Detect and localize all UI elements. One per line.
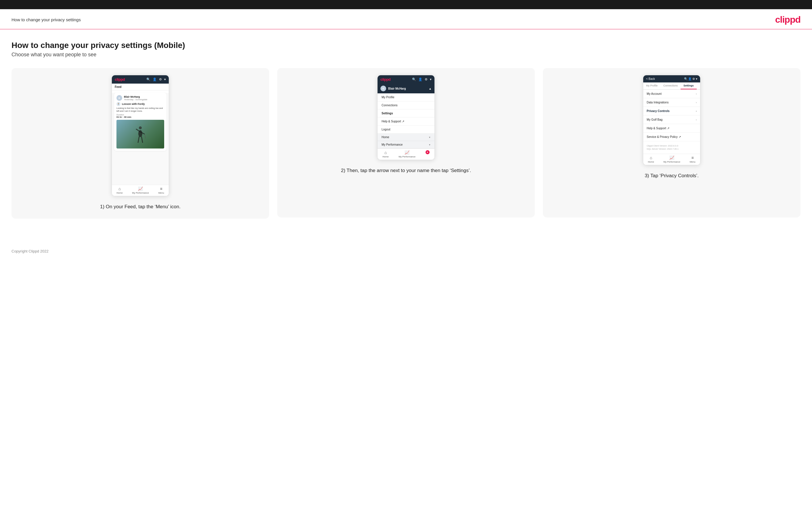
svg-line-6 bbox=[142, 136, 143, 143]
step-3-caption: 3) Tap ‘Privacy Controls’. bbox=[645, 172, 699, 179]
user-icon-2: 👤 bbox=[418, 77, 422, 81]
step-2-card: clippd 🔍 👤 ⚙ ▾ B Blair McHarg ▲ bbox=[277, 68, 535, 217]
chevron-privacy: › bbox=[696, 110, 697, 113]
user-icon-3: 👤 bbox=[688, 77, 692, 80]
menu-icon-3: ≡ bbox=[692, 155, 694, 160]
dropdown-chevron-up: ▲ bbox=[429, 87, 432, 90]
user-name-2: Blair McHarg bbox=[388, 87, 406, 90]
bottom-home: ⌂ Home bbox=[116, 186, 122, 194]
settings-item-data-integrations: Data Integrations › bbox=[643, 98, 700, 107]
chevron-bag: › bbox=[696, 118, 697, 121]
page-subheading: Choose what you want people to see bbox=[11, 52, 801, 58]
bottom-performance-2: 📈 My Performance bbox=[399, 150, 415, 158]
steps-row: clippd 🔍 👤 ⚙ ▾ Feed B bbox=[11, 68, 801, 219]
feed-duration-label: Duration bbox=[116, 114, 164, 116]
tab-my-profile[interactable]: My Profile bbox=[643, 82, 660, 89]
tab-settings[interactable]: Settings bbox=[680, 82, 697, 89]
chevron-icon-3: ▾ bbox=[696, 77, 697, 80]
feed-golf-image bbox=[116, 120, 164, 149]
menu-icon: ≡ bbox=[160, 186, 162, 191]
svg-line-4 bbox=[145, 134, 146, 138]
tab-connections[interactable]: Connections bbox=[660, 82, 680, 89]
user-avatar-2: B bbox=[380, 86, 386, 91]
phone-bottom-bar-1: ⌂ Home 📈 My Performance ≡ Menu bbox=[112, 185, 169, 196]
settings-tabs: My Profile Connections Settings bbox=[643, 82, 700, 90]
settings-icon-3: ⚙ bbox=[693, 77, 695, 80]
copyright-text: Copyright Clippd 2022 bbox=[11, 249, 49, 253]
phone-nav-icons-3: 🔍 👤 ⚙ ▾ bbox=[684, 77, 697, 80]
performance-icon: 📈 bbox=[138, 186, 143, 191]
chevron-data: › bbox=[696, 101, 697, 104]
settings-icon: ⚙ bbox=[159, 77, 162, 81]
bottom-performance: 📈 My Performance bbox=[132, 186, 149, 194]
settings-item-account: My Account › bbox=[643, 90, 700, 98]
avatar: B bbox=[116, 95, 122, 101]
dropdown-user-left: B Blair McHarg bbox=[380, 86, 406, 91]
close-button-2: ✕ bbox=[425, 150, 429, 154]
feed-post: B Blair McHarg Yesterday - Sunningdale 🏌… bbox=[114, 93, 166, 151]
phone-logo-1: clippd bbox=[115, 77, 125, 81]
back-label: < Back bbox=[646, 77, 655, 80]
phone-bottom-bar-2: ⌂ Home 📈 My Performance ✕ bbox=[377, 149, 435, 160]
feed-date: Yesterday - Sunningdale bbox=[124, 98, 147, 101]
svg-line-5 bbox=[138, 136, 139, 143]
page-heading: How to change your privacy settings (Mob… bbox=[11, 41, 801, 50]
bottom-performance-3: 📈 My Performance bbox=[663, 155, 680, 163]
footer: Copyright Clippd 2022 bbox=[0, 241, 812, 261]
dropdown-item-help: Help & Support ↗ bbox=[377, 117, 435, 125]
performance-icon-3: 📈 bbox=[669, 155, 674, 160]
feed-content: B Blair McHarg Yesterday - Sunningdale 🏌… bbox=[112, 93, 169, 185]
home-icon: ⌂ bbox=[118, 186, 121, 191]
settings-icon-2: ⚙ bbox=[425, 77, 427, 81]
phone-nav-2: clippd 🔍 👤 ⚙ ▾ bbox=[377, 75, 435, 83]
phone-nav-icons-1: 🔍 👤 ⚙ ▾ bbox=[146, 77, 166, 81]
bottom-home-2: ⌂ Home bbox=[383, 150, 389, 158]
header: How to change your privacy settings clip… bbox=[0, 9, 812, 29]
dropdown-item-logout: Logout bbox=[377, 125, 435, 133]
dropdown-section-performance: My Performance ▾ bbox=[377, 141, 435, 149]
chevron-icon-home: ▾ bbox=[429, 136, 430, 139]
step-3-card: < Back 🔍 👤 ⚙ ▾ My Profile Connections Se… bbox=[543, 68, 801, 217]
chevron-icon-performance: ▾ bbox=[429, 143, 430, 146]
home-icon-3: ⌂ bbox=[650, 155, 652, 160]
feed-author-info: Blair McHarg Yesterday - Sunningdale bbox=[124, 95, 147, 101]
top-bar bbox=[0, 0, 812, 9]
bottom-menu: ≡ Menu bbox=[158, 186, 164, 194]
step-1-caption: 1) On your Feed, tap the ‘Menu’ icon. bbox=[100, 203, 181, 211]
search-icon-2: 🔍 bbox=[412, 77, 416, 81]
feed-duration: 01 hr : 30 min bbox=[116, 116, 164, 118]
chevron-icon-2: ▾ bbox=[430, 77, 432, 81]
phone-logo-2: clippd bbox=[380, 77, 391, 81]
logo: clippd bbox=[775, 14, 801, 25]
performance-icon-2: 📈 bbox=[405, 150, 409, 155]
phone-dropdown: My Profile Connections Settings Help & S… bbox=[377, 93, 435, 149]
settings-item-privacy-controls: Privacy Controls › bbox=[643, 107, 700, 115]
home-icon-2: ⌂ bbox=[385, 150, 387, 155]
dropdown-item-settings: Settings bbox=[377, 109, 435, 117]
settings-item-privacy-policy: Service & Privacy Policy ↗ bbox=[643, 133, 700, 141]
feed-author-name: Blair McHarg bbox=[124, 95, 147, 98]
user-icon: 👤 bbox=[153, 77, 157, 81]
svg-point-0 bbox=[139, 126, 142, 129]
phone-mockup-3: < Back 🔍 👤 ⚙ ▾ My Profile Connections Se… bbox=[643, 75, 701, 165]
lesson-icon: 🏌 bbox=[116, 102, 120, 106]
phone-nav-1: clippd 🔍 👤 ⚙ ▾ bbox=[112, 75, 169, 83]
phone-mockup-1: clippd 🔍 👤 ⚙ ▾ Feed B bbox=[111, 75, 169, 196]
feed-tab: Feed bbox=[112, 83, 169, 91]
bottom-menu-3: ≡ Menu bbox=[690, 155, 696, 163]
phone-bottom-bar-3: ⌂ Home 📈 My Performance ≡ Menu bbox=[643, 154, 700, 165]
dropdown-section-home: Home ▾ bbox=[377, 133, 435, 141]
bottom-close: ✕ bbox=[425, 150, 429, 158]
settings-list: My Account › Data Integrations › Privacy… bbox=[643, 90, 700, 141]
phone-mockup-2: clippd 🔍 👤 ⚙ ▾ B Blair McHarg ▲ bbox=[377, 75, 435, 160]
settings-version: Clippd Client Version: 2022.8.3-3 GQL Se… bbox=[643, 141, 700, 154]
dropdown-user-row: B Blair McHarg ▲ bbox=[377, 83, 435, 93]
search-icon-3: 🔍 bbox=[684, 77, 688, 80]
header-title: How to change your privacy settings bbox=[11, 17, 81, 22]
dropdown-item-connections: Connections bbox=[377, 101, 435, 109]
feed-lesson-text: Looking to feel like my hands are exitin… bbox=[116, 107, 164, 113]
settings-item-golf-bag: My Golf Bag › bbox=[643, 115, 700, 124]
feed-lesson-title: 🏌 Lesson with Fordy bbox=[116, 102, 164, 106]
chevron-down-icon: ▾ bbox=[164, 77, 166, 81]
dropdown-item-profile: My Profile bbox=[377, 93, 435, 101]
